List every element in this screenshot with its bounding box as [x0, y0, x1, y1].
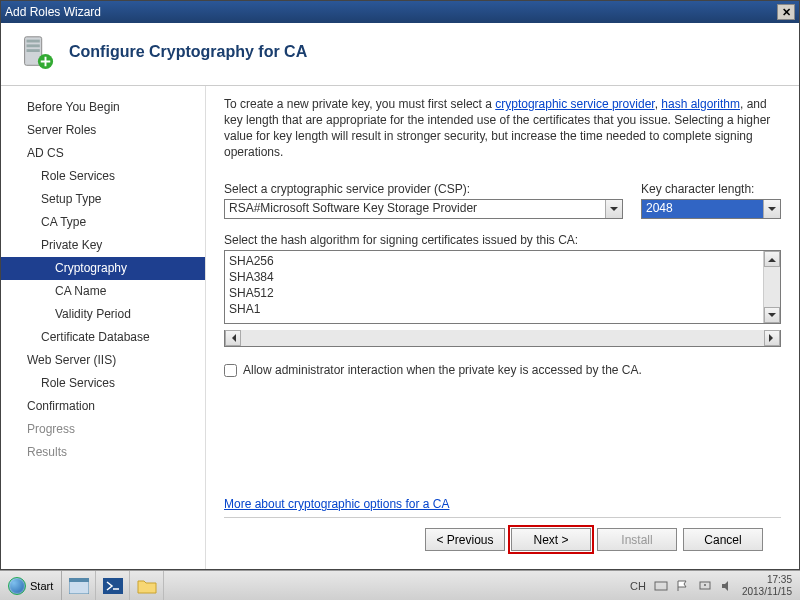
svg-rect-6 [69, 578, 89, 582]
svg-rect-2 [27, 44, 40, 47]
sidebar-item-validity-period[interactable]: Validity Period [1, 303, 205, 326]
flag-icon[interactable] [676, 579, 690, 593]
taskbar-explorer-icon[interactable] [62, 571, 96, 600]
start-button[interactable]: Start [0, 571, 62, 600]
scroll-right-icon[interactable] [764, 330, 780, 346]
system-tray[interactable]: CH 17:35 2013/11/15 [622, 574, 800, 598]
install-button: Install [597, 528, 677, 551]
hash-option[interactable]: SHA384 [229, 269, 759, 285]
vertical-scrollbar[interactable] [763, 251, 780, 323]
intro-text: To create a new private key, you must fi… [224, 96, 781, 160]
csp-label: Select a cryptographic service provider … [224, 182, 623, 196]
network-icon[interactable] [698, 579, 712, 593]
keylen-dropdown[interactable]: 2048 [641, 199, 781, 219]
clock[interactable]: 17:35 2013/11/15 [742, 574, 792, 598]
taskbar-folder-icon[interactable] [130, 571, 164, 600]
taskbar-powershell-icon[interactable] [96, 571, 130, 600]
page-header: Configure Cryptography for CA [1, 23, 799, 86]
taskbar[interactable]: Start CH 17:35 2013/11/15 [0, 570, 800, 600]
wizard-window: Add Roles Wizard ✕ Configure Cryptograph… [0, 0, 800, 570]
hash-option[interactable]: SHA512 [229, 285, 759, 301]
sidebar-item-ad-cs[interactable]: AD CS [1, 142, 205, 165]
checkbox-input[interactable] [224, 364, 237, 377]
windows-orb-icon [8, 577, 26, 595]
chevron-down-icon[interactable] [763, 200, 780, 218]
csp-value: RSA#Microsoft Software Key Storage Provi… [225, 200, 605, 218]
scroll-down-icon[interactable] [764, 307, 780, 323]
keylen-value: 2048 [642, 200, 763, 218]
sidebar-item-before-you-begin[interactable]: Before You Begin [1, 96, 205, 119]
content-pane: To create a new private key, you must fi… [205, 86, 799, 569]
admin-interaction-checkbox[interactable]: Allow administrator interaction when the… [224, 363, 781, 377]
close-button[interactable]: ✕ [777, 4, 795, 20]
link-hash[interactable]: hash algorithm [661, 97, 740, 111]
sidebar-item-role-services[interactable]: Role Services [1, 165, 205, 188]
hash-list[interactable]: SHA256SHA384SHA512SHA1 [225, 251, 763, 323]
svg-rect-8 [655, 582, 667, 590]
volume-icon[interactable] [720, 579, 734, 593]
wizard-body: Before You BeginServer RolesAD CSRole Se… [1, 86, 799, 569]
sidebar-item-cryptography[interactable]: Cryptography [1, 257, 205, 280]
sidebar-item-role-services[interactable]: Role Services [1, 372, 205, 395]
next-button[interactable]: Next > [511, 528, 591, 551]
server-icon [17, 33, 55, 71]
previous-button[interactable]: < Previous [425, 528, 505, 551]
sidebar-item-ca-type[interactable]: CA Type [1, 211, 205, 234]
svg-rect-3 [27, 49, 40, 52]
sidebar: Before You BeginServer RolesAD CSRole Se… [1, 86, 205, 569]
sidebar-item-server-roles[interactable]: Server Roles [1, 119, 205, 142]
cancel-button[interactable]: Cancel [683, 528, 763, 551]
language-indicator[interactable]: CH [630, 580, 646, 592]
tray-icon[interactable] [654, 579, 668, 593]
sidebar-item-certificate-database[interactable]: Certificate Database [1, 326, 205, 349]
titlebar[interactable]: Add Roles Wizard ✕ [1, 1, 799, 23]
hash-listbox[interactable]: SHA256SHA384SHA512SHA1 [224, 250, 781, 324]
keylen-label: Key character length: [641, 182, 781, 196]
link-csp[interactable]: cryptographic service provider [495, 97, 654, 111]
sidebar-item-progress[interactable]: Progress [1, 418, 205, 441]
hash-option[interactable]: SHA1 [229, 301, 759, 317]
sidebar-item-web-server-iis-[interactable]: Web Server (IIS) [1, 349, 205, 372]
hash-option[interactable]: SHA256 [229, 253, 759, 269]
svg-rect-1 [27, 40, 40, 43]
scroll-up-icon[interactable] [764, 251, 780, 267]
sidebar-item-confirmation[interactable]: Confirmation [1, 395, 205, 418]
csp-dropdown[interactable]: RSA#Microsoft Software Key Storage Provi… [224, 199, 623, 219]
page-title: Configure Cryptography for CA [69, 43, 307, 61]
scroll-left-icon[interactable] [225, 330, 241, 346]
sidebar-item-results[interactable]: Results [1, 441, 205, 464]
sidebar-item-ca-name[interactable]: CA Name [1, 280, 205, 303]
hash-label: Select the hash algorithm for signing ce… [224, 233, 781, 247]
sidebar-item-private-key[interactable]: Private Key [1, 234, 205, 257]
chevron-down-icon[interactable] [605, 200, 622, 218]
horizontal-scrollbar[interactable] [224, 330, 781, 347]
more-link[interactable]: More about cryptographic options for a C… [224, 497, 781, 511]
sidebar-item-setup-type[interactable]: Setup Type [1, 188, 205, 211]
svg-point-10 [704, 584, 706, 586]
wizard-footer: < Previous Next > Install Cancel [224, 517, 781, 561]
window-title: Add Roles Wizard [5, 5, 101, 19]
